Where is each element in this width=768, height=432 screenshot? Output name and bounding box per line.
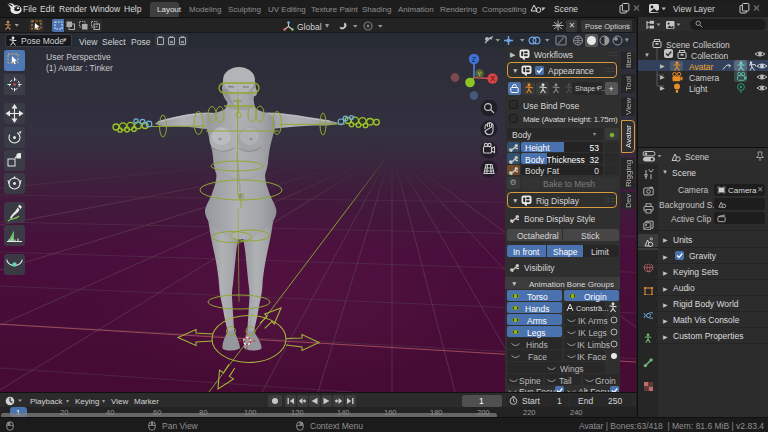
svg-text:Z: Z <box>472 56 477 63</box>
svg-text:Y: Y <box>477 71 481 77</box>
svg-text:X: X <box>490 75 495 82</box>
